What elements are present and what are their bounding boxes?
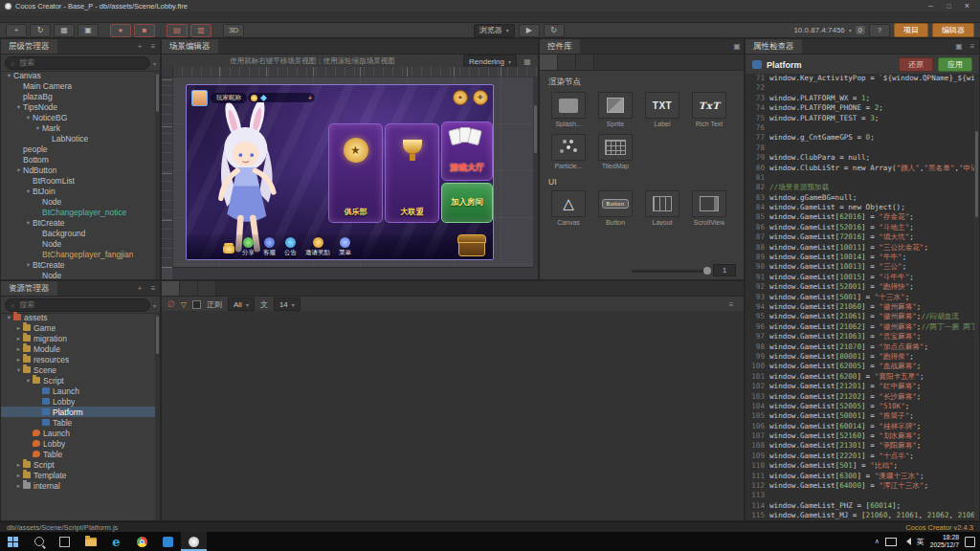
widget-item[interactable]: Layout [642, 190, 682, 226]
hierarchy-node[interactable]: BtRoomList [1, 175, 155, 186]
expand-arrow[interactable]: ▾ [14, 166, 23, 174]
hierarchy-node[interactable]: Node [1, 238, 155, 249]
scene-viewport[interactable]: 玩家昵称 + ★ ✚ ★ 俱乐部 [162, 67, 538, 279]
editor-button[interactable]: 编辑器 [932, 23, 974, 37]
expand-arrow[interactable]: ▾ [14, 103, 23, 111]
hierarchy-node[interactable]: BtChangeplayer_notice [1, 207, 155, 217]
console-menu-icon[interactable]: ≡ [724, 300, 738, 309]
apply-button[interactable]: 应用 [938, 57, 972, 72]
tray-expand-icon[interactable]: ∧ [875, 538, 880, 545]
asset-item[interactable]: Launch [1, 386, 155, 396]
widget-item[interactable]: TXT Label [642, 92, 682, 127]
asset-item[interactable]: Lobby [1, 396, 155, 407]
asset-item[interactable]: ▸ internal [1, 480, 155, 491]
search-button[interactable] [26, 532, 52, 551]
assets-scrollbar[interactable] [155, 312, 160, 520]
hierarchy-node[interactable]: ▾ Mark [1, 122, 155, 133]
hierarchy-search-input[interactable] [17, 57, 145, 68]
asset-item[interactable]: ▾ assets [1, 312, 155, 322]
edge-button[interactable]: e [103, 532, 129, 551]
asset-item[interactable]: ▸ resources [1, 354, 155, 364]
expand-arrow[interactable]: ▸ [14, 356, 23, 364]
expand-arrow[interactable]: ▸ [14, 482, 23, 490]
expand-arrow[interactable]: ▾ [5, 72, 13, 79]
reload-button[interactable]: ↻ [544, 24, 565, 37]
widget-item[interactable]: Splash... [548, 92, 589, 127]
expand-arrow[interactable]: ▸ [14, 461, 23, 469]
record-button[interactable]: ● [110, 24, 131, 37]
script-preview[interactable]: 71 window.Key_ActivityPop = `${window.QP… [746, 74, 974, 520]
stop-button[interactable]: ■ [134, 24, 155, 37]
asset-item[interactable]: ▸ Game [1, 322, 155, 333]
asset-item[interactable]: Platform [1, 407, 155, 417]
inspector-menu-icon[interactable]: ≡ [966, 39, 979, 54]
maximize-button[interactable] [941, 1, 957, 11]
asset-item[interactable]: ▸ migration [1, 333, 155, 343]
hierarchy-node[interactable]: ▾ NoticeBG [1, 112, 155, 122]
hierarchy-node[interactable]: ▾ NdButton [1, 165, 155, 175]
collapse-filter-icon[interactable] [181, 299, 187, 309]
scene-canvas[interactable]: 玩家昵称 + ★ ✚ ★ 俱乐部 [172, 77, 533, 268]
asset-item[interactable]: ▸ Template [1, 470, 155, 480]
hierarchy-node[interactable]: ▾ BtCreate [1, 259, 155, 270]
scene-grid-icon[interactable]: ▦ [521, 57, 534, 66]
file-explorer-button[interactable] [78, 532, 103, 551]
widget-item[interactable]: Sprite [595, 92, 635, 127]
asset-item[interactable]: ▸ Script [1, 459, 155, 470]
widget-library-tab[interactable] [540, 55, 558, 70]
hierarchy-node[interactable]: ▾ Canvas [1, 70, 155, 80]
hierarchy-scrollbar[interactable] [155, 70, 160, 279]
asset-item[interactable]: ▸ Module [1, 343, 155, 354]
expand-arrow[interactable]: ▾ [24, 114, 33, 121]
assets-filter-icon[interactable] [153, 300, 156, 310]
display-icon[interactable] [885, 538, 897, 546]
inspector-scrollbar[interactable] [974, 74, 979, 520]
console-tab[interactable] [162, 281, 180, 296]
refresh-button[interactable]: ↻ [30, 24, 51, 37]
widget-item[interactable]: ScrollView [689, 190, 729, 226]
asset-item[interactable]: Launch [1, 428, 155, 438]
font-size-select[interactable]: 14▾ [274, 298, 301, 311]
expand-arrow[interactable]: ▸ [14, 345, 23, 353]
chrome-button[interactable] [129, 532, 155, 551]
clear-console-icon[interactable] [167, 299, 175, 309]
icon-size-slider[interactable] [632, 270, 709, 273]
assets-menu-icon[interactable]: ≡ [146, 281, 160, 296]
expand-arrow[interactable]: ▾ [24, 219, 33, 227]
widget-item[interactable]: TxT Rich Text [689, 92, 729, 127]
action-center-icon[interactable] [965, 537, 975, 547]
expand-arrow[interactable]: ▾ [5, 314, 13, 321]
hierarchy-node[interactable]: Main Camera [1, 80, 155, 91]
console-output[interactable] [162, 311, 744, 520]
assets-add-icon[interactable]: + [133, 281, 146, 296]
help-button[interactable]: ? [869, 24, 890, 37]
hierarchy-node[interactable]: people [1, 143, 155, 154]
inspector-pin-icon[interactable]: ▣ [952, 39, 966, 54]
expand-arrow[interactable]: ▾ [24, 187, 33, 195]
asset-item[interactable]: ▾ Script [1, 375, 155, 386]
widget-library-tab[interactable] [558, 55, 576, 70]
hierarchy-node[interactable]: Node [1, 196, 155, 207]
plugin-button-2[interactable]: ▥ [190, 24, 212, 37]
start-button[interactable] [0, 532, 26, 551]
device-ip-caret[interactable]: ▾ [849, 27, 852, 33]
volume-icon[interactable] [902, 538, 911, 545]
expand-arrow[interactable]: ▾ [24, 377, 33, 385]
ime-language-indicator[interactable]: 英 [917, 537, 924, 547]
asset-item[interactable]: ▾ Scene [1, 364, 155, 375]
taskbar-clock[interactable]: 18:28 2025/12/7 [930, 534, 959, 549]
slider-thumb[interactable] [703, 267, 711, 275]
hierarchy-node[interactable]: ▾ BtJoin [1, 186, 155, 196]
asset-item[interactable]: Lobby [1, 438, 155, 449]
expand-arrow[interactable]: ▸ [14, 335, 23, 342]
device-ip[interactable]: 10.0.87.4:7456 [793, 26, 844, 34]
hierarchy-node[interactable]: plazaBg [1, 91, 155, 101]
hierarchy-node[interactable]: ▾ TipsNode [1, 101, 155, 112]
project-button[interactable]: 项目 [894, 23, 928, 37]
assets-search-input[interactable] [17, 299, 145, 310]
vscode-button[interactable] [155, 532, 181, 551]
expand-arrow[interactable]: ▾ [24, 261, 33, 269]
browser-select[interactable]: 浏览器▾ [474, 24, 515, 37]
hierarchy-node[interactable]: ▾ BtCreate [1, 217, 155, 228]
plugin-button-1[interactable]: ▤ [167, 24, 188, 37]
